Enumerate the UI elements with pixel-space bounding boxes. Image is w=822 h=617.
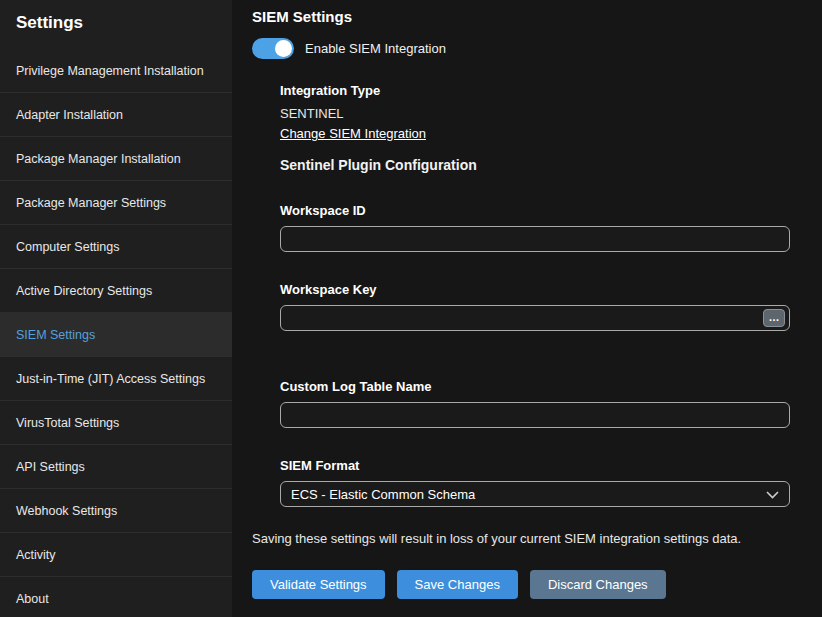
siem-format-select[interactable]: ECS - Elastic Common Schema — [280, 481, 790, 507]
sidebar-item-adapter-installation[interactable]: Adapter Installation — [0, 93, 232, 137]
enable-siem-row: Enable SIEM Integration — [252, 38, 810, 59]
custom-log-table-input[interactable] — [280, 402, 790, 428]
toggle-knob — [275, 40, 292, 57]
siem-format-value: ECS - Elastic Common Schema — [291, 487, 475, 502]
siem-format-label: SIEM Format — [280, 458, 810, 473]
sidebar-item-api-settings[interactable]: API Settings — [0, 445, 232, 489]
workspace-id-input[interactable] — [280, 226, 790, 252]
validate-settings-button[interactable]: Validate Settings — [252, 570, 385, 599]
plugin-config-heading: Sentinel Plugin Configuration — [280, 157, 810, 173]
sidebar-title: Settings — [0, 0, 232, 35]
sidebar-item-computer-settings[interactable]: Computer Settings — [0, 225, 232, 269]
integration-type-label: Integration Type — [280, 83, 810, 98]
siem-config-section: Integration Type SENTINEL Change SIEM In… — [280, 83, 810, 507]
sidebar-item-jit-access-settings[interactable]: Just-in-Time (JIT) Access Settings — [0, 357, 232, 401]
sidebar-item-active-directory-settings[interactable]: Active Directory Settings — [0, 269, 232, 313]
workspace-key-input[interactable] — [280, 305, 790, 331]
save-changes-button[interactable]: Save Changes — [397, 570, 518, 599]
sidebar-item-siem-settings[interactable]: SIEM Settings — [0, 313, 232, 357]
workspace-key-label: Workspace Key — [280, 282, 810, 297]
workspace-id-group: Workspace ID — [280, 203, 810, 252]
siem-format-group: SIEM Format ECS - Elastic Common Schema — [280, 458, 810, 507]
sidebar-item-activity[interactable]: Activity — [0, 533, 232, 577]
workspace-key-wrap: … — [280, 305, 790, 331]
page-title: SIEM Settings — [252, 8, 810, 25]
save-warning-text: Saving these settings will result in los… — [252, 531, 810, 546]
siem-settings-panel: SIEM Settings Enable SIEM Integration In… — [232, 0, 822, 617]
workspace-id-label: Workspace ID — [280, 203, 810, 218]
workspace-key-group: Workspace Key … — [280, 282, 810, 331]
discard-changes-button[interactable]: Discard Changes — [530, 570, 666, 599]
settings-sidebar: Settings Privilege Management Installati… — [0, 0, 232, 617]
sidebar-item-about[interactable]: About — [0, 577, 232, 617]
sidebar-item-package-manager-installation[interactable]: Package Manager Installation — [0, 137, 232, 181]
sidebar-item-privilege-management-installation[interactable]: Privilege Management Installation — [0, 49, 232, 93]
enable-siem-label: Enable SIEM Integration — [305, 41, 446, 56]
enable-siem-toggle[interactable] — [252, 38, 294, 59]
change-siem-integration-link[interactable]: Change SIEM Integration — [280, 126, 426, 141]
sidebar-item-webhook-settings[interactable]: Webhook Settings — [0, 489, 232, 533]
sidebar-item-package-manager-settings[interactable]: Package Manager Settings — [0, 181, 232, 225]
sidebar-nav: Privilege Management Installation Adapte… — [0, 49, 232, 617]
settings-app: Settings Privilege Management Installati… — [0, 0, 822, 617]
integration-type-value: SENTINEL — [280, 106, 810, 121]
sidebar-item-virustotal-settings[interactable]: VirusTotal Settings — [0, 401, 232, 445]
custom-log-table-group: Custom Log Table Name — [280, 379, 810, 428]
chevron-down-icon — [766, 487, 779, 502]
action-buttons-row: Validate Settings Save Changes Discard C… — [252, 570, 810, 599]
custom-log-table-label: Custom Log Table Name — [280, 379, 810, 394]
ellipsis-icon[interactable]: … — [763, 309, 785, 327]
